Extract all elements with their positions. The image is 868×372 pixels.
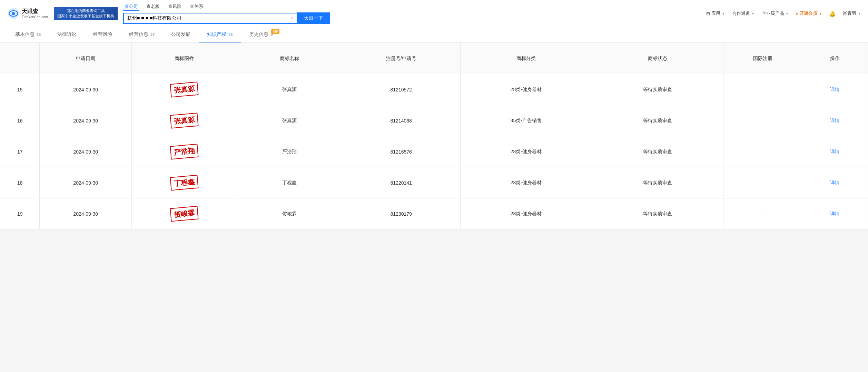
data-table: 申请日期 商标图样 商标名称 注册号/申请号 商标分类 商标状态 国际注册 操作… [0, 43, 868, 229]
th-date: 申请日期 [40, 43, 132, 74]
tab-history-vip: VIP [271, 29, 279, 34]
tab-company-dev[interactable]: 公司发展 [163, 27, 199, 42]
cell-reg: 81216576 [342, 136, 460, 167]
table-row: 19 2024-09-30 贺峻霖 贺峻霖 81230179 28类-健身器材 … [0, 198, 868, 229]
cell-intl: - [723, 74, 802, 105]
nav-app-label: 应用 [711, 10, 720, 17]
th-name: 商标名称 [237, 43, 342, 74]
cell-name: 丁程鑫 [237, 167, 342, 198]
nav-user[interactable]: 肖青羽 ▼ [843, 10, 861, 17]
cell-status: 等待实质审查 [592, 198, 723, 229]
cell-status: 等待实质审查 [592, 74, 723, 105]
tab-query-relation[interactable]: 查关系 [188, 3, 205, 11]
logo-cn-label: 天眼查 [22, 8, 48, 15]
nav-bell[interactable]: 🔔 [829, 10, 836, 17]
cell-reg: 81230179 [342, 198, 460, 229]
tab-company-dev-label: 公司发展 [171, 31, 190, 37]
trademark-seal: 贺峻霖 [170, 206, 198, 222]
cell-detail[interactable]: 详情 [802, 167, 868, 198]
th-detail: 操作 [802, 43, 868, 74]
cell-status: 等待实质审查 [592, 105, 723, 136]
cell-class: 28类-健身器材 [460, 74, 592, 105]
tab-ip-label: 知识产权 [207, 31, 226, 37]
detail-link[interactable]: 详情 [830, 87, 840, 92]
table-row: 17 2024-09-30 严浩翔 严浩翔 81216576 28类-健身器材 … [0, 136, 868, 167]
tab-ip-badge: 25 [228, 32, 233, 37]
table-row: 18 2024-09-30 丁程鑫 丁程鑫 81220141 28类-健身器材 … [0, 167, 868, 198]
cell-class: 28类-健身器材 [460, 198, 592, 229]
nav-enterprise-chevron: ▼ [786, 12, 789, 16]
trademark-seal: 丁程鑫 [170, 175, 198, 191]
th-intl: 国际注册 [723, 43, 802, 74]
cell-detail[interactable]: 详情 [802, 105, 868, 136]
tab-biz-info[interactable]: 经营信息 27 [121, 27, 163, 42]
nav-user-label: 肖青羽 [843, 10, 856, 17]
cell-seal: 张真源 [132, 105, 237, 136]
cell-num: 15 [0, 74, 40, 105]
cell-intl: - [723, 105, 802, 136]
header: 天眼查 TianYanCha.com 都在用的商业查询工具 国家中小企业发展子基… [0, 0, 868, 27]
logo-area: 天眼查 TianYanCha.com [7, 7, 48, 20]
nav-enterprise-label: 企业级产品 [762, 10, 784, 17]
tab-biz-info-label: 经营信息 [129, 31, 148, 37]
tab-legal-label: 法律诉讼 [57, 31, 77, 37]
logo-en-label: TianYanCha.com [22, 15, 48, 19]
search-area: 查公司 查老板 查风险 查关系 × 天眼一下 [123, 3, 330, 24]
tab-basic-info-label: 基本信息 [15, 31, 34, 37]
search-input-row: × 天眼一下 [123, 12, 330, 24]
th-status: 商标状态 [592, 43, 723, 74]
cell-date: 2024-09-30 [40, 136, 132, 167]
th-reg: 注册号/申请号 [342, 43, 460, 74]
cell-name: 张真源 [237, 74, 342, 105]
slogan-box: 都在用的商业查询工具 国家中小企业发展子基金旗下机构 [54, 7, 118, 20]
logo-icon [7, 7, 20, 20]
cell-num: 18 [0, 167, 40, 198]
cell-intl: - [723, 198, 802, 229]
cell-detail[interactable]: 详情 [802, 74, 868, 105]
apps-icon: ⊞ [706, 11, 710, 16]
cell-date: 2024-09-30 [40, 198, 132, 229]
tab-basic-info[interactable]: 基本信息 18 [7, 27, 49, 42]
tab-legal[interactable]: 法律诉讼 [49, 27, 85, 42]
cell-status: 等待实质审查 [592, 167, 723, 198]
trademark-seal: 张真源 [170, 113, 198, 129]
detail-link[interactable]: 详情 [830, 211, 840, 216]
detail-link[interactable]: 详情 [830, 149, 840, 154]
slogan-line2: 国家中小企业发展子基金旗下机构 [57, 13, 114, 19]
cell-num: 17 [0, 136, 40, 167]
th-num [0, 43, 40, 74]
cell-date: 2024-09-30 [40, 74, 132, 105]
logo-top: 天眼查 TianYanCha.com [7, 7, 48, 20]
cell-detail[interactable]: 详情 [802, 136, 868, 167]
search-tabs: 查公司 查老板 查风险 查关系 [123, 3, 330, 11]
cell-status: 等待实质审查 [592, 136, 723, 167]
cell-reg: 81210572 [342, 74, 460, 105]
cell-num: 16 [0, 105, 40, 136]
cell-seal: 严浩翔 [132, 136, 237, 167]
nav-vip[interactable]: ♦ 开通会员 ▼ [796, 10, 822, 17]
detail-link[interactable]: 详情 [830, 118, 840, 123]
search-button[interactable]: 天眼一下 [297, 12, 330, 24]
tab-basic-info-badge: 18 [37, 32, 41, 37]
table-row: 16 2024-09-30 张真源 张真源 81214068 35类-广告销售 … [0, 105, 868, 136]
trademark-seal: 严浩翔 [170, 144, 198, 160]
tab-query-risk[interactable]: 查风险 [167, 3, 183, 11]
cell-class: 35类-广告销售 [460, 105, 592, 136]
detail-link[interactable]: 详情 [830, 180, 840, 185]
cell-reg: 81220141 [342, 167, 460, 198]
tab-query-boss[interactable]: 查老板 [145, 3, 161, 11]
cell-detail[interactable]: 详情 [802, 198, 868, 229]
cell-intl: - [723, 167, 802, 198]
table-container: 申请日期 商标图样 商标名称 注册号/申请号 商标分类 商标状态 国际注册 操作… [0, 43, 868, 229]
nav-partner[interactable]: 合作通道 ▼ [732, 10, 755, 17]
tab-query-company[interactable]: 查公司 [123, 3, 139, 11]
tab-biz-risk[interactable]: 经营风险 [85, 27, 121, 42]
cell-intl: - [723, 136, 802, 167]
tab-history[interactable]: 历史信息 9 VIP [241, 27, 281, 42]
tab-ip[interactable]: 知识产权 25 [199, 27, 241, 42]
search-input[interactable] [127, 16, 289, 21]
clear-button[interactable]: × [291, 16, 294, 21]
nav-app[interactable]: ⊞ 应用 ▼ [706, 10, 725, 17]
nav-user-chevron: ▼ [858, 12, 861, 16]
nav-enterprise[interactable]: 企业级产品 ▼ [762, 10, 789, 17]
